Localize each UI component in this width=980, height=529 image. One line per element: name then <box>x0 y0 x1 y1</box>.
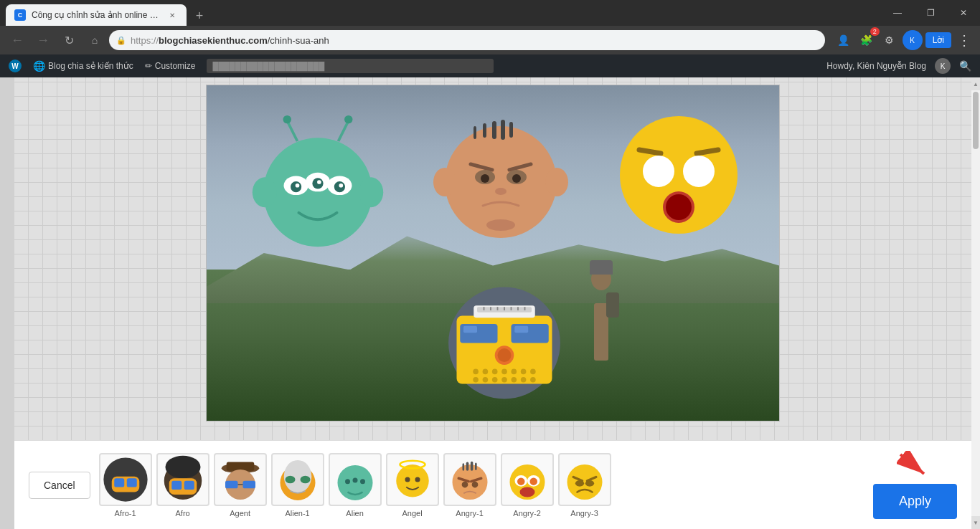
svg-point-28 <box>495 188 507 195</box>
user-avatar[interactable]: K <box>903 30 923 50</box>
svg-point-99 <box>405 477 410 482</box>
svg-rect-102 <box>466 462 468 470</box>
reload-button[interactable]: ↻ <box>57 29 80 52</box>
sticker-item-alien1[interactable]: Alien-1 <box>271 453 324 518</box>
wp-logo[interactable]: W <box>9 59 22 72</box>
svg-point-58 <box>492 369 498 375</box>
address-bar[interactable]: 🔒 https://blogchiasekienthuc.com/chinh-s… <box>109 30 825 50</box>
svg-point-27 <box>512 174 521 183</box>
sticker-item-angry3[interactable]: Angry-3 <box>558 453 611 518</box>
blog-name: Blog chia sẻ kiến thức <box>48 61 133 71</box>
svg-line-1 <box>287 121 297 142</box>
svg-point-0 <box>263 138 372 247</box>
svg-rect-103 <box>462 463 464 471</box>
sticker-label-afro: Afro <box>176 509 190 518</box>
svg-point-94 <box>345 479 350 484</box>
close-window-button[interactable]: ✕ <box>947 0 980 26</box>
sticker-item-alien[interactable]: Alien <box>329 453 382 518</box>
svg-point-29 <box>486 219 515 231</box>
svg-point-76 <box>165 455 200 478</box>
svg-rect-17 <box>492 121 496 139</box>
active-tab[interactable]: C Công cụ chỉnh sửa ảnh online - E ✕ <box>6 4 187 26</box>
svg-point-15 <box>339 184 343 188</box>
svg-rect-105 <box>475 462 477 470</box>
svg-point-88 <box>285 475 295 483</box>
svg-rect-79 <box>184 480 194 489</box>
svg-point-69 <box>530 377 536 383</box>
svg-rect-21 <box>473 126 476 139</box>
angry-cartoon-placed <box>429 100 573 243</box>
scroll-up-button[interactable]: ▲ <box>971 77 980 90</box>
svg-rect-18 <box>483 123 486 138</box>
svg-point-38 <box>666 194 692 220</box>
scrollbar-thumb[interactable] <box>973 92 979 149</box>
minimize-button[interactable]: — <box>881 0 914 26</box>
sticker-label-angry3: Angry-3 <box>570 509 598 518</box>
sticker-item-afro[interactable]: Afro <box>156 453 209 518</box>
apply-button[interactable]: Apply <box>873 484 957 519</box>
customize-button[interactable]: ✏ Customize <box>145 61 196 71</box>
svg-point-62 <box>530 369 536 375</box>
address-url: https://blogchiasekienthuc.com/chinh-sua… <box>131 35 329 46</box>
profile-sync-icon[interactable]: 👤 <box>834 30 854 50</box>
home-button[interactable]: ⌂ <box>83 29 106 52</box>
tab-favicon: C <box>14 9 26 21</box>
svg-point-97 <box>396 464 429 497</box>
svg-point-13 <box>296 184 300 188</box>
svg-point-60 <box>512 369 517 375</box>
svg-line-118 <box>900 454 924 474</box>
sticker-item-angel[interactable]: Angel <box>386 453 439 518</box>
svg-point-55 <box>498 348 512 362</box>
svg-point-14 <box>317 180 321 184</box>
search-icon[interactable]: 🔍 <box>959 60 971 72</box>
svg-rect-104 <box>470 461 473 470</box>
robot-sticker-placed <box>436 268 573 404</box>
user-avatar-wp[interactable]: K <box>935 58 951 74</box>
wordpress-icon[interactable]: 🌐 Blog chia sẻ kiến thức <box>33 60 133 72</box>
sticker-label-angel: Angel <box>402 509 423 518</box>
login-button[interactable]: Lời <box>925 32 951 48</box>
lock-icon: 🔒 <box>116 36 126 45</box>
svg-rect-81 <box>226 462 254 470</box>
apply-arrow-icon <box>897 451 933 480</box>
svg-line-3 <box>339 121 349 142</box>
svg-point-65 <box>492 377 498 383</box>
svg-point-67 <box>512 377 517 383</box>
sticker-label-alien: Alien <box>346 509 363 518</box>
back-button[interactable]: ← <box>6 29 29 52</box>
sticker-label-afro1: Afro-1 <box>115 509 136 518</box>
svg-rect-73 <box>114 478 124 487</box>
new-tab-button[interactable]: + <box>189 6 209 26</box>
scrollbar-track <box>971 90 980 516</box>
sticker-item-agent[interactable]: Agent <box>214 453 267 518</box>
maximize-button[interactable]: ❐ <box>914 0 947 26</box>
svg-point-112 <box>529 477 537 485</box>
forward-button[interactable]: → <box>32 29 55 52</box>
svg-point-26 <box>481 174 489 183</box>
sticker-item-afro1[interactable]: Afro-1 <box>99 453 152 518</box>
svg-point-68 <box>521 377 527 383</box>
scroll-down-button[interactable]: ▼ <box>971 516 980 529</box>
svg-rect-53 <box>514 326 528 333</box>
puzzle-icon[interactable]: ⚙ <box>880 30 900 50</box>
svg-point-61 <box>521 369 527 375</box>
svg-point-100 <box>415 477 420 482</box>
svg-rect-83 <box>225 480 238 488</box>
svg-point-56 <box>473 369 479 375</box>
svg-point-106 <box>461 481 468 487</box>
svg-point-101 <box>452 464 487 500</box>
svg-point-63 <box>473 377 479 383</box>
svg-point-66 <box>501 377 507 383</box>
svg-point-64 <box>483 377 489 383</box>
tab-close-icon[interactable]: ✕ <box>166 9 178 21</box>
sticker-item-angry2[interactable]: Angry-2 <box>501 453 554 518</box>
howdy-text: Howdy, Kiên Nguyễn Blog <box>826 61 926 71</box>
svg-point-116 <box>585 480 593 486</box>
menu-button[interactable]: ⋮ <box>954 29 974 52</box>
svg-rect-78 <box>171 480 182 489</box>
cancel-button[interactable]: Cancel <box>29 472 90 499</box>
svg-point-6 <box>359 177 383 207</box>
sticker-item-angry1[interactable]: Angry-1 <box>443 453 496 518</box>
apply-button-area: Apply <box>873 451 957 519</box>
svg-point-4 <box>344 115 352 123</box>
